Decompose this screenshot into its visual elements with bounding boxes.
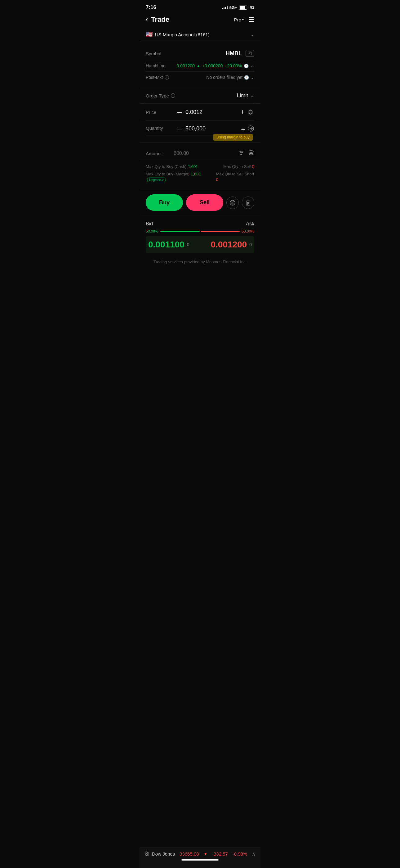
order-type-value: Limit (237, 93, 248, 99)
clipboard-button[interactable] (242, 196, 254, 209)
clock-icon: 🕐 (244, 64, 249, 68)
signal-bar-3 (225, 7, 226, 9)
quantity-section: Quantity — 500,000 Using margin to buy + (139, 121, 261, 143)
svg-rect-0 (248, 52, 252, 55)
page-title: Trade (151, 16, 169, 24)
footer-text: Trading services provided by Moomoo Fina… (139, 253, 261, 270)
symbol-right: HMBL (226, 50, 254, 57)
svg-point-15 (241, 154, 242, 155)
order-type-right: Limit ⌄ (237, 93, 254, 99)
svg-point-13 (240, 151, 241, 152)
price-minus-button[interactable]: — (174, 109, 186, 116)
bid-bar (160, 231, 200, 232)
account-name: US Margin Account (6161) (155, 32, 210, 37)
trade-buttons-section: Buy Sell $ (139, 189, 261, 216)
max-qty-margin-row: Max Qty to Buy (Margin) 1,601 Upgrade > … (146, 171, 254, 182)
order-type-text: Order Type (146, 93, 169, 98)
battery-label: 91 (250, 5, 254, 10)
ask-pct-label: 50.00% (241, 229, 254, 234)
stock-change-pct: +20.00% (225, 63, 242, 68)
quantity-plus-button[interactable]: + (238, 125, 247, 133)
signal-bars (222, 6, 228, 9)
upgrade-badge[interactable]: Upgrade > (147, 178, 166, 182)
quantity-edit-icon[interactable] (247, 125, 254, 132)
order-type-info-icon: i (171, 93, 175, 98)
trade-buttons: Buy Sell $ (146, 189, 254, 216)
price-label: Price (146, 110, 174, 115)
symbol-search-icon[interactable] (245, 50, 254, 57)
signal-bar-2 (224, 7, 225, 9)
quantity-value[interactable]: 500,000 (186, 125, 206, 132)
max-qty-cash-row: Max Qty to Buy (Cash) 1,601 Max Qty to S… (146, 164, 254, 169)
postmkt-label: Post-Mkt (146, 75, 163, 80)
svg-point-14 (242, 152, 243, 153)
stock-name: Humbl Inc (146, 63, 165, 68)
postmkt-right: No orders filled yet 🕐 ⌄ (206, 75, 254, 80)
margin-tooltip: Using margin to buy (213, 134, 253, 141)
coin-button[interactable]: $ (226, 196, 239, 209)
postmkt-row[interactable]: Post-Mkt i No orders filled yet 🕐 ⌄ (146, 72, 254, 83)
signal-bar-4 (227, 6, 228, 9)
status-right: 5G+ 91 (222, 5, 254, 10)
menu-icon[interactable]: ☰ (249, 16, 254, 23)
order-type-section: Order Type i Limit ⌄ (139, 88, 261, 104)
svg-rect-20 (246, 201, 250, 205)
svg-point-3 (249, 110, 253, 114)
signal-bar-1 (222, 8, 223, 9)
humbl-chevron-icon: ⌄ (251, 63, 254, 68)
max-qty-sell-short-label: Max Qty to Sell Short (216, 172, 254, 176)
flag-icon: 🇺🇸 (146, 31, 153, 38)
svg-text:$: $ (232, 202, 233, 205)
bid-value-block: 0.001100 0 (148, 240, 190, 250)
stack-icon[interactable] (248, 150, 254, 157)
price-plus-button[interactable]: + (238, 108, 247, 116)
order-type-label: Order Type i (146, 93, 175, 98)
bid-price[interactable]: 0.001100 (148, 240, 185, 250)
order-type-row[interactable]: Order Type i Limit ⌄ (146, 88, 254, 103)
pro-button[interactable]: Pro ▾ (234, 17, 244, 22)
order-type-chevron-icon: ⌄ (251, 93, 254, 98)
amount-row: Amount 600.00 (146, 143, 254, 161)
bid-pct-label: 50.00% (146, 229, 159, 234)
amount-section: Amount 600.00 (139, 143, 261, 161)
account-chevron-icon: ⌄ (251, 32, 254, 37)
max-qty-cash-value: 1,601 (188, 164, 198, 169)
price-crosshair-icon[interactable] (247, 108, 254, 116)
bid-label: Bid (146, 221, 153, 227)
stock-price: 0.001200 (176, 63, 194, 68)
ask-qty: 0 (249, 242, 252, 247)
bid-qty: 0 (187, 242, 190, 247)
form-section: Symbol HMBL Humbl Inc 0.001200 ▲ +0.0002… (139, 42, 261, 88)
pro-chevron-icon: ▾ (242, 18, 244, 22)
quantity-minus-button[interactable]: — (174, 125, 186, 132)
ask-value-block: 0.001200 0 (210, 240, 252, 250)
max-qty-section: Max Qty to Buy (Cash) 1,601 Max Qty to S… (139, 161, 261, 189)
price-up-icon: ▲ (197, 64, 200, 68)
ask-price[interactable]: 0.001200 (210, 240, 247, 250)
price-row: Price — 0.0012 + (146, 104, 254, 121)
humbl-row[interactable]: Humbl Inc 0.001200 ▲ +0.000200 +20.00% 🕐… (146, 60, 254, 72)
trade-icon-buttons: $ (226, 196, 254, 209)
pro-label: Pro (234, 17, 241, 22)
postmkt-left: Post-Mkt i (146, 75, 169, 80)
bid-ask-header: Bid Ask (146, 221, 254, 227)
amount-label: Amount (146, 151, 174, 156)
price-value[interactable]: 0.0012 (186, 109, 238, 116)
stock-change: +0.000200 (202, 63, 223, 68)
symbol-row: Symbol HMBL (146, 47, 254, 60)
quantity-label: Quantity (146, 125, 174, 131)
filter-icon[interactable] (238, 150, 244, 157)
header: ‹ Trade Pro ▾ ☰ (139, 13, 261, 27)
status-time: 7:16 (146, 4, 156, 10)
postmkt-clock-icon: 🕐 (244, 75, 249, 80)
back-button[interactable]: ‹ (146, 16, 148, 24)
max-qty-sell-value: 0 (252, 164, 254, 169)
max-qty-sell-label: Max Qty to Sell (223, 164, 251, 169)
buy-button[interactable]: Buy (146, 194, 183, 211)
sell-button[interactable]: Sell (186, 194, 223, 211)
account-row[interactable]: 🇺🇸 US Margin Account (6161) ⌄ (139, 27, 261, 42)
postmkt-value: No orders filled yet (206, 75, 242, 80)
network-label: 5G+ (229, 5, 237, 10)
price-section: Price — 0.0012 + (139, 104, 261, 121)
max-qty-sell-short-value: 0 (216, 177, 218, 182)
